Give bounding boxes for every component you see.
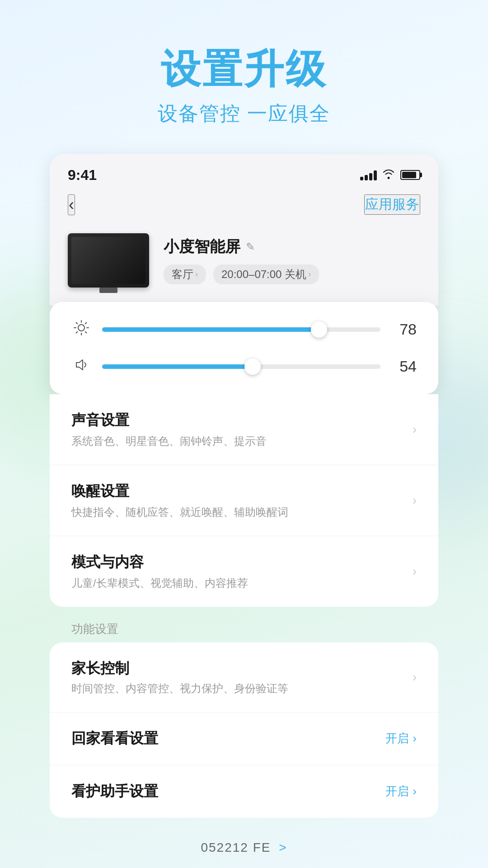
- page-header: 设置升级 设备管控 一应俱全: [0, 0, 488, 154]
- page-subtitle: 设备管控 一应俱全: [0, 100, 488, 127]
- controls-card: 78 54: [50, 302, 438, 394]
- location-chevron-icon: ›: [195, 269, 198, 279]
- svg-line-6: [85, 331, 87, 333]
- wakeup-chevron-icon: ›: [413, 493, 417, 508]
- status-bar: 9:41: [50, 154, 438, 191]
- volume-track[interactable]: [102, 364, 380, 369]
- volume-icon: [71, 357, 91, 376]
- svg-line-5: [76, 322, 78, 324]
- section-label-function: 功能设置: [50, 607, 438, 642]
- homewatch-status: 开启 ›: [385, 731, 417, 746]
- phone-container: 9:41: [50, 154, 438, 818]
- brightness-thumb[interactable]: [311, 321, 327, 338]
- brightness-value: 78: [391, 321, 417, 338]
- svg-line-8: [76, 331, 78, 333]
- wifi-icon: [382, 168, 395, 182]
- device-card: 9:41: [50, 154, 438, 306]
- feature-item-parental[interactable]: 家长控制 时间管控、内容管控、视力保护、身份验证等 ›: [50, 642, 438, 712]
- feature-item-homewatch[interactable]: 回家看看设置 开启 ›: [50, 712, 438, 765]
- device-meta: 小度智能屏 ✎ 客厅 › 20:00–07:00 关机 ›: [164, 236, 420, 284]
- brightness-icon: [71, 320, 91, 339]
- page-title: 设置升级: [0, 45, 488, 93]
- battery-icon: [400, 170, 420, 180]
- parental-chevron-icon: ›: [413, 670, 417, 684]
- device-name: 小度智能屏: [164, 236, 240, 257]
- settings-item-mode[interactable]: 模式与内容 儿童/长辈模式、视觉辅助、内容推荐 ›: [50, 536, 438, 607]
- location-tag[interactable]: 客厅 ›: [164, 264, 206, 284]
- bottom-arrow-icon: >: [279, 840, 287, 854]
- settings-item-sound[interactable]: 声音设置 系统音色、明星音色、闹钟铃声、提示音 ›: [50, 394, 438, 465]
- caregiver-chevron-icon: ›: [413, 784, 417, 798]
- volume-row: 54: [71, 357, 417, 376]
- back-button[interactable]: ‹: [68, 194, 75, 215]
- tv-thumbnail: [68, 233, 149, 288]
- schedule-chevron-icon: ›: [308, 269, 311, 279]
- feature-settings-card: 家长控制 时间管控、内容管控、视力保护、身份验证等 › 回家看看设置 开启 › …: [50, 642, 438, 818]
- nav-bar: ‹ 应用服务: [50, 191, 438, 224]
- sound-chevron-icon: ›: [413, 422, 417, 437]
- schedule-tag[interactable]: 20:00–07:00 关机 ›: [213, 264, 319, 284]
- edit-icon[interactable]: ✎: [246, 241, 255, 253]
- device-name-row: 小度智能屏 ✎: [164, 236, 420, 257]
- brightness-row: 78: [71, 320, 417, 339]
- device-info-section: 小度智能屏 ✎ 客厅 › 20:00–07:00 关机 ›: [50, 224, 438, 306]
- status-icons: [360, 168, 420, 182]
- svg-line-7: [85, 322, 87, 324]
- caregiver-status: 开启 ›: [385, 783, 417, 799]
- volume-thumb[interactable]: [244, 359, 261, 375]
- feature-item-caregiver[interactable]: 看护助手设置 开启 ›: [50, 765, 438, 818]
- svg-point-0: [78, 325, 84, 331]
- bottom-text: 052212 FE >: [0, 818, 488, 868]
- app-service-button[interactable]: 应用服务: [364, 194, 420, 215]
- brightness-track[interactable]: [102, 327, 380, 332]
- settings-item-wakeup[interactable]: 唤醒设置 快捷指令、随机应答、就近唤醒、辅助唤醒词 ›: [50, 465, 438, 536]
- svg-marker-9: [76, 360, 83, 370]
- signal-icon: [360, 170, 377, 180]
- mode-chevron-icon: ›: [413, 564, 417, 579]
- volume-fill: [102, 364, 253, 369]
- homewatch-chevron-icon: ›: [413, 731, 417, 745]
- brightness-fill: [102, 327, 319, 332]
- status-time: 9:41: [68, 167, 97, 184]
- settings-list: 声音设置 系统音色、明星音色、闹钟铃声、提示音 › 唤醒设置 快捷指令、随机应答…: [50, 394, 438, 607]
- device-tags: 客厅 › 20:00–07:00 关机 ›: [164, 264, 420, 284]
- volume-value: 54: [391, 358, 417, 375]
